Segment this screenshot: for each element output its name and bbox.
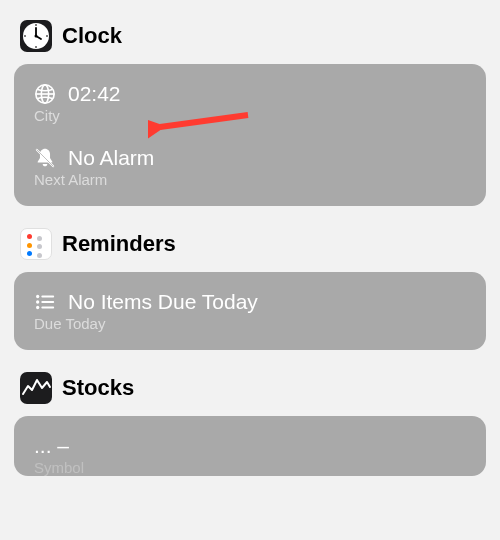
- stocks-symbol-value: ... –: [34, 434, 69, 458]
- clock-app-icon: [20, 20, 52, 52]
- clock-time-value: 02:42: [68, 82, 121, 106]
- stocks-title: Stocks: [62, 375, 134, 401]
- due-today-value: No Items Due Today: [68, 290, 258, 314]
- stocks-section-header: Stocks: [14, 372, 486, 404]
- stocks-symbol-label: Symbol: [34, 459, 466, 476]
- svg-rect-16: [41, 301, 54, 303]
- globe-icon: [34, 83, 56, 105]
- svg-point-15: [36, 300, 39, 303]
- clock-time-label: City: [34, 107, 466, 124]
- stocks-widget-card[interactable]: ... – Symbol: [14, 416, 486, 476]
- alarm-label: Next Alarm: [34, 171, 466, 188]
- alarm-item[interactable]: No Alarm Next Alarm: [34, 146, 466, 188]
- due-today-label: Due Today: [34, 315, 466, 332]
- clock-title: Clock: [62, 23, 122, 49]
- reminders-app-icon: [20, 228, 52, 260]
- reminders-title: Reminders: [62, 231, 176, 257]
- list-icon: [34, 291, 56, 313]
- clock-icon: [20, 20, 52, 52]
- stocks-app-icon: [20, 372, 52, 404]
- svg-rect-18: [41, 307, 54, 309]
- due-today-item[interactable]: No Items Due Today Due Today: [34, 290, 466, 332]
- reminders-section-header: Reminders: [14, 228, 486, 260]
- reminders-widget-card[interactable]: No Items Due Today Due Today: [14, 272, 486, 350]
- world-clock-item[interactable]: 02:42 City: [34, 82, 466, 124]
- reminders-icon: [27, 234, 45, 254]
- stocks-icon: [20, 372, 52, 404]
- clock-widget-card[interactable]: 02:42 City No Alarm Next Alarm: [14, 64, 486, 206]
- stocks-symbol-item[interactable]: ... – Symbol: [34, 434, 466, 476]
- alarm-value: No Alarm: [68, 146, 154, 170]
- svg-point-17: [36, 306, 39, 309]
- clock-section-header: Clock: [14, 20, 486, 52]
- svg-point-13: [36, 295, 39, 298]
- bell-slash-icon: [34, 147, 56, 169]
- svg-rect-14: [41, 296, 54, 298]
